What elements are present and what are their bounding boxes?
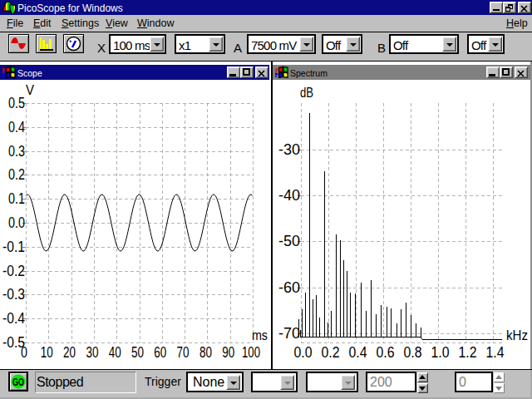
- svg-text:50: 50: [131, 344, 144, 361]
- svg-text:0.2: 0.2: [322, 344, 340, 361]
- svg-text:0.1: 0.1: [8, 190, 25, 207]
- svg-text:0.0: 0.0: [8, 214, 25, 231]
- svg-text:-0.1: -0.1: [2, 239, 25, 255]
- svg-text:0.2: 0.2: [8, 166, 25, 183]
- svg-text:-0.2: -0.2: [2, 263, 25, 279]
- svg-text:0: 0: [21, 344, 27, 361]
- svg-text:0.4: 0.4: [8, 119, 25, 135]
- svg-text:70: 70: [177, 344, 190, 361]
- svg-text:1.4: 1.4: [486, 344, 505, 361]
- svg-text:GO: GO: [12, 377, 24, 388]
- svg-text:10: 10: [41, 344, 53, 361]
- svg-text:-30: -30: [278, 141, 300, 158]
- svg-text:60: 60: [154, 344, 166, 361]
- svg-text:dB: dB: [300, 86, 313, 100]
- svg-text:80: 80: [200, 344, 212, 361]
- svg-text:20: 20: [63, 344, 76, 361]
- svg-text:0.3: 0.3: [8, 143, 25, 160]
- svg-text:-70: -70: [278, 325, 300, 342]
- svg-text:1.0: 1.0: [431, 344, 450, 361]
- svg-text:0.8: 0.8: [404, 344, 422, 361]
- svg-text:30: 30: [86, 344, 98, 361]
- svg-text:ms: ms: [252, 328, 268, 342]
- svg-text:1.2: 1.2: [459, 344, 477, 361]
- svg-text:V: V: [26, 83, 34, 97]
- svg-text:100: 100: [242, 344, 260, 361]
- svg-text:0.6: 0.6: [377, 344, 395, 361]
- svg-text:-50: -50: [278, 233, 300, 249]
- svg-text:-0.4: -0.4: [2, 310, 25, 327]
- svg-text:0.5: 0.5: [8, 95, 25, 111]
- svg-text:-0.3: -0.3: [2, 286, 25, 303]
- svg-text:-40: -40: [278, 187, 300, 204]
- svg-text:-60: -60: [278, 279, 300, 296]
- svg-text:90: 90: [222, 344, 234, 361]
- svg-text:0.0: 0.0: [294, 344, 313, 361]
- svg-text:kHz: kHz: [506, 328, 528, 342]
- svg-text:40: 40: [109, 344, 121, 361]
- svg-text:0.4: 0.4: [349, 344, 367, 361]
